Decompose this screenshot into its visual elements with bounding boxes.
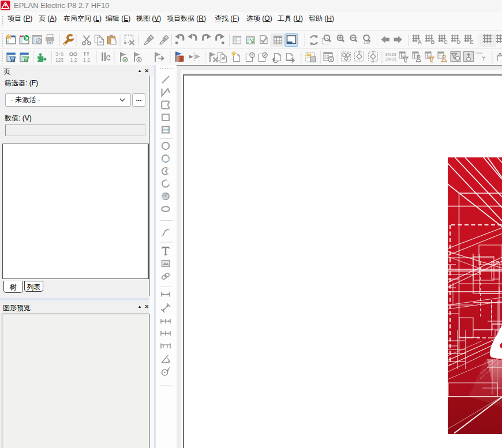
svg-text:E: E	[470, 39, 473, 45]
svg-text:1 2: 1 2	[83, 57, 90, 63]
svg-text:B: B	[431, 39, 435, 45]
svg-text:123: 123	[55, 57, 63, 63]
svg-text:3%33: 3%33	[385, 57, 396, 62]
svg-text:100: 100	[364, 40, 370, 44]
svg-text:C: C	[444, 39, 448, 45]
svg-text:”*”*: ”*”*	[475, 51, 482, 57]
svg-text:1 2: 1 2	[70, 57, 77, 63]
svg-text:A: A	[418, 39, 422, 45]
svg-text:D: D	[457, 39, 461, 45]
svg-text:3÷0: 3÷0	[55, 51, 63, 57]
